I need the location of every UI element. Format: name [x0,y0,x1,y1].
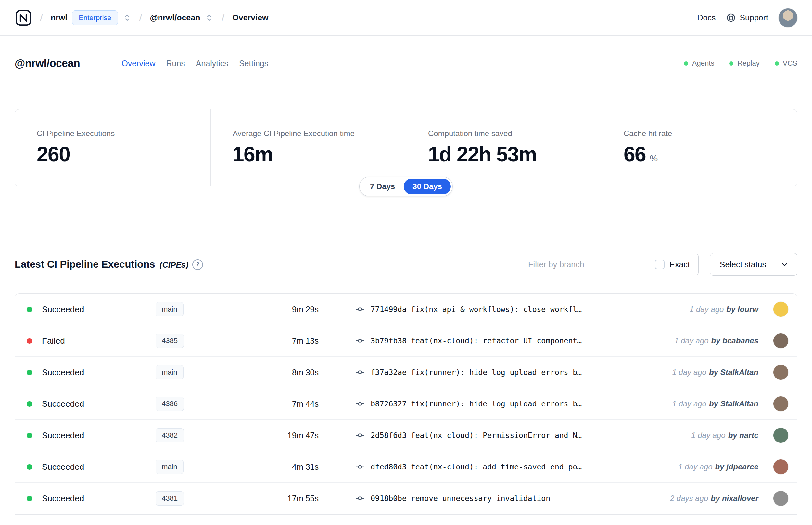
nx-logo[interactable] [15,9,32,27]
exact-label: Exact [670,260,690,269]
cipes-controls: Exact Select status [520,253,797,276]
tab-overview[interactable]: Overview [121,59,155,68]
breadcrumb-workspace-group: @nrwl/ocean [150,13,214,22]
branch-filter-input[interactable] [520,254,646,275]
branch-filter-group: Exact [520,254,699,275]
cipe-status: Succeeded [42,431,156,440]
cipe-status: Succeeded [42,399,156,409]
cipe-status: Succeeded [42,304,156,314]
commit-message: feat(nx-cloud): PermissionError and N… [411,431,582,439]
org-switcher-button[interactable] [123,13,132,22]
git-commit-icon [355,462,365,472]
author-avatar[interactable] [773,460,788,474]
breadcrumb-org[interactable]: nrwl [51,13,67,22]
author-avatar[interactable] [773,302,788,317]
author-avatar[interactable] [773,333,788,348]
docs-link[interactable]: Docs [697,13,716,22]
git-commit-icon [355,336,365,346]
range-30-days-button[interactable]: 30 Days [404,179,451,194]
cipe-author: by nartc [728,431,759,439]
cipes-section-header: Latest CI Pipeline Executions (CIPEs) ? … [15,253,797,276]
cipe-row[interactable]: Succeeded 4386 7m 44s b8726327fix(runner… [15,388,797,420]
author-avatar[interactable] [773,491,788,506]
stat-average-execution-time: Average CI Pipeline Execution time 16m [211,109,406,186]
status-dot-icon [684,61,688,65]
branch-badge[interactable]: 4382 [156,428,184,442]
author-avatar[interactable] [773,428,788,443]
tab-settings[interactable]: Settings [239,59,268,68]
commit-hash[interactable]: 771499da [371,305,407,314]
author-avatar[interactable] [773,396,788,411]
status-agents: Agents [684,59,715,68]
status-filter-label: Select status [720,260,766,269]
workspace-header: @nrwl/ocean Overview Runs Analytics Sett… [0,56,812,71]
breadcrumb-workspace[interactable]: @nrwl/ocean [150,13,200,22]
support-label: Support [739,13,768,22]
cipe-status: Succeeded [42,494,156,504]
commit-message: feat(nx-cloud): add time-saved end po… [411,463,582,471]
status-dot-icon [27,338,32,344]
commit-hash[interactable]: 2d58f6d3 [371,431,407,439]
cipe-row[interactable]: Succeeded 4381 17m 55s 0918b0beremove un… [15,483,797,514]
commit-text: dfed80d3feat(nx-cloud): add time-saved e… [371,463,678,471]
cipe-time: 1 day ago [672,368,706,376]
breadcrumb-org-group: nrwl Enterprise [51,10,132,25]
commit-text: f37a32aefix(runner): hide log upload err… [371,368,672,376]
commit-hash[interactable]: 3b79fb38 [371,336,407,345]
stat-label: Average CI Pipeline Execution time [232,129,396,138]
status-dot-icon [775,61,779,65]
cipe-duration: 7m 44s [292,399,319,409]
tab-runs[interactable]: Runs [166,59,185,68]
commit-hash[interactable]: dfed80d3 [371,463,407,471]
cipe-author: by jdpearce [715,462,759,471]
support-link[interactable]: Support [726,13,768,23]
commit-message: fix(runner): hide log upload errors b… [411,400,582,408]
exact-match-toggle[interactable]: Exact [646,254,698,275]
status-vcs: VCS [775,59,797,68]
status-dot-icon [27,307,32,312]
stat-value: 16m [232,144,273,165]
commit-hash[interactable]: 0918b0be [371,494,407,502]
workspace-switcher-button[interactable] [205,13,214,22]
branch-badge[interactable]: 4385 [156,334,184,348]
cipe-row[interactable]: Succeeded main 9m 29s 771499dafix(nx-api… [15,294,797,325]
status-filter-dropdown[interactable]: Select status [710,253,797,276]
branch-badge[interactable]: 4381 [156,491,184,506]
cipe-meta: 1 day agoby nartc [691,431,766,440]
tab-analytics[interactable]: Analytics [196,59,228,68]
cipe-time: 1 day ago [674,336,708,345]
commit-text: 771499dafix(nx-api & workflows): close w… [371,305,690,314]
cipe-row[interactable]: Succeeded 4382 19m 47s 2d58f6d3feat(nx-c… [15,420,797,451]
range-7-days-button[interactable]: 7 Days [361,179,404,194]
stat-ci-pipeline-executions: CI Pipeline Executions 260 [15,109,211,186]
cipe-time: 1 day ago [690,305,724,314]
branch-badge[interactable]: main [156,365,184,379]
branch-badge[interactable]: main [156,460,184,474]
author-avatar[interactable] [773,365,788,380]
git-commit-icon [355,368,365,377]
user-avatar[interactable] [779,9,797,27]
cipe-row[interactable]: Succeeded main 4m 31s dfed80d3feat(nx-cl… [15,451,797,483]
exact-checkbox[interactable] [655,259,664,269]
cipe-status: Succeeded [42,368,156,377]
git-commit-icon [355,494,365,503]
cipe-row[interactable]: Failed 4385 7m 13s 3b79fb38feat(nx-cloud… [15,325,797,357]
stats-cards: CI Pipeline Executions 260 Average CI Pi… [15,109,797,186]
commit-hash[interactable]: f37a32ae [371,368,407,376]
chevron-updown-icon [123,13,132,22]
cipe-row[interactable]: Succeeded main 8m 30s f37a32aefix(runner… [15,357,797,388]
cipes-title: Latest CI Pipeline Executions [15,259,155,270]
status-label: Replay [737,59,760,68]
cipe-meta: 2 days agoby nixallover [670,494,766,503]
commit-hash[interactable]: b8726327 [371,400,407,408]
stat-computation-time-saved: Computation time saved 1d 22h 53m [406,109,601,186]
status-label: VCS [783,59,797,68]
cipe-duration: 9m 29s [292,305,319,314]
status-dot-icon [27,464,32,470]
branch-badge[interactable]: main [156,302,184,316]
commit-message: remove unnecessary invalidation [411,494,550,502]
branch-badge[interactable]: 4386 [156,397,184,411]
status-dot-icon [27,401,32,407]
help-icon[interactable]: ? [192,259,203,270]
stat-label: Computation time saved [428,129,592,138]
